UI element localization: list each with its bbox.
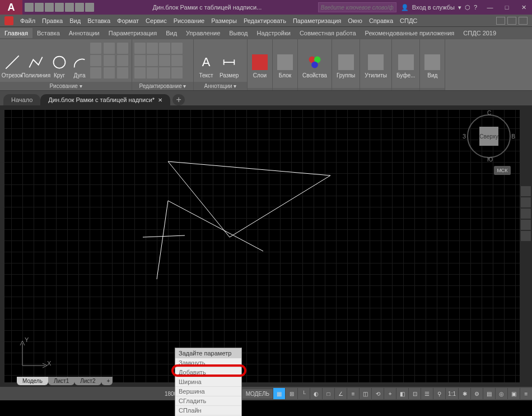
menu-draw[interactable]: Рисование bbox=[174, 17, 204, 24]
block-button[interactable]: Блок bbox=[275, 40, 295, 80]
menu-window[interactable]: Окно bbox=[348, 17, 362, 24]
line-button[interactable]: Отрезок bbox=[2, 40, 22, 80]
tab-view[interactable]: Вид bbox=[161, 28, 181, 38]
spline-icon[interactable] bbox=[90, 55, 101, 66]
copy-icon[interactable] bbox=[134, 55, 146, 66]
space-toggle[interactable]: МОДЕЛЬ bbox=[242, 389, 273, 399]
viewcube-w[interactable]: З bbox=[463, 133, 466, 140]
ctx-spline[interactable]: СПлайн bbox=[175, 406, 241, 415]
utilities-button[interactable]: Утилиты bbox=[362, 40, 389, 80]
ellipse-icon[interactable] bbox=[104, 43, 115, 54]
isolate-toggle[interactable]: ◎ bbox=[495, 388, 507, 399]
customize-status[interactable]: ≡ bbox=[520, 388, 532, 399]
groups-button[interactable]: Группы bbox=[334, 40, 357, 80]
ortho-toggle[interactable]: └ bbox=[297, 388, 310, 399]
menu-file[interactable]: Файл bbox=[20, 17, 35, 24]
qat-new-icon[interactable] bbox=[25, 3, 34, 12]
trim-icon[interactable] bbox=[159, 43, 170, 54]
tab-start[interactable]: Начало bbox=[3, 94, 40, 105]
properties-button[interactable]: Свойства bbox=[300, 40, 329, 80]
layers-button[interactable]: Слои bbox=[250, 40, 270, 80]
hardware-accel[interactable]: ▤ bbox=[483, 388, 495, 399]
grid-toggle[interactable]: ▦ bbox=[273, 388, 285, 399]
qat-redo-icon[interactable] bbox=[85, 3, 94, 12]
viewcube-s[interactable]: Ю bbox=[487, 156, 493, 163]
qat-undo-icon[interactable] bbox=[75, 3, 84, 12]
app-menu-icon[interactable] bbox=[4, 16, 13, 25]
layout-model[interactable]: Модель bbox=[17, 377, 48, 385]
doc-close[interactable] bbox=[519, 17, 528, 25]
qat-saveas-icon[interactable] bbox=[55, 3, 64, 12]
qat-plot-icon[interactable] bbox=[65, 3, 74, 12]
tab-insert[interactable]: Вставка bbox=[32, 28, 64, 38]
panel-modify-title[interactable]: Редактирование ▾ bbox=[132, 82, 193, 90]
tab-addins[interactable]: Надстройки bbox=[253, 28, 295, 38]
drawing-canvas[interactable]: Сверху С Ю В З МСК Задайте параметр Замк… bbox=[0, 105, 532, 387]
signin-link[interactable]: Вход в службы bbox=[412, 4, 455, 11]
mirror-icon[interactable] bbox=[147, 55, 158, 66]
qat-save-icon[interactable] bbox=[45, 3, 54, 12]
navwheel-icon[interactable] bbox=[521, 186, 531, 196]
dimension-button[interactable]: Размер bbox=[217, 40, 241, 80]
osnap-toggle[interactable]: □ bbox=[322, 388, 334, 399]
panel-anno-title[interactable]: Аннотации ▾ bbox=[194, 82, 247, 90]
region-icon[interactable] bbox=[117, 55, 128, 66]
viewcube-e[interactable]: В bbox=[511, 133, 515, 140]
app-logo[interactable]: A bbox=[0, 0, 22, 15]
search-input[interactable] bbox=[318, 2, 396, 12]
tab-parametric[interactable]: Параметризация bbox=[104, 28, 161, 38]
scale-icon[interactable] bbox=[147, 67, 158, 78]
ctx-fit[interactable]: СГладить bbox=[175, 396, 241, 406]
qat-open-icon[interactable] bbox=[35, 3, 44, 12]
layout-add[interactable]: + bbox=[101, 377, 113, 385]
menu-service[interactable]: Сервис bbox=[146, 17, 167, 24]
doc-minimize[interactable] bbox=[496, 17, 505, 25]
annovisibility-toggle[interactable]: ✱ bbox=[458, 388, 470, 399]
wcs-label[interactable]: МСК bbox=[494, 166, 511, 175]
quick-props[interactable]: ☰ bbox=[421, 388, 433, 399]
menu-spds[interactable]: СПДС bbox=[400, 17, 417, 24]
tab-drawing[interactable]: Дин.блок Рамки с таблицей надписи*✕ bbox=[40, 94, 170, 105]
ctx-vertex[interactable]: Вершина bbox=[175, 387, 241, 396]
tab-output[interactable]: Вывод bbox=[225, 28, 252, 38]
workspace-switch[interactable]: ⚙ bbox=[470, 388, 483, 399]
rect-icon[interactable] bbox=[90, 43, 101, 54]
clean-screen[interactable]: ▣ bbox=[507, 388, 520, 399]
qp-toggle[interactable]: ◧ bbox=[396, 388, 408, 399]
menu-insert[interactable]: Вставка bbox=[87, 17, 110, 24]
menu-parametric[interactable]: Параметризация bbox=[293, 17, 341, 24]
offset-icon[interactable] bbox=[171, 67, 183, 78]
doc-restore[interactable] bbox=[507, 17, 516, 25]
lwt-toggle[interactable]: ≡ bbox=[347, 388, 359, 399]
units-toggle[interactable]: ⊡ bbox=[408, 388, 421, 399]
zoom-icon[interactable] bbox=[521, 209, 531, 219]
ctx-close[interactable]: Замкнуть bbox=[175, 358, 241, 368]
layout-sheet1[interactable]: Лист1 bbox=[48, 377, 74, 385]
viewcube-top[interactable]: Сверху bbox=[479, 127, 498, 146]
snap-toggle[interactable]: ⊞ bbox=[285, 388, 297, 399]
transparency-toggle[interactable]: ◫ bbox=[359, 388, 371, 399]
array-icon[interactable] bbox=[159, 67, 170, 78]
annoscale-icon[interactable]: ⚲ bbox=[433, 388, 445, 399]
explode-icon[interactable] bbox=[171, 55, 183, 66]
hatch-icon[interactable] bbox=[117, 43, 128, 54]
showmotion-icon[interactable] bbox=[521, 231, 531, 241]
tab-collab[interactable]: Совместная работа bbox=[295, 28, 361, 38]
clipboard-button[interactable]: Буфе... bbox=[394, 40, 417, 80]
dyn-toggle[interactable]: + bbox=[384, 388, 396, 399]
new-tab-button[interactable]: + bbox=[172, 94, 185, 105]
tab-spds[interactable]: СПДС 2019 bbox=[459, 28, 501, 38]
text-button[interactable]: AТекст bbox=[196, 40, 216, 80]
tab-manage[interactable]: Управление bbox=[181, 28, 225, 38]
layout-sheet2[interactable]: Лист2 bbox=[74, 377, 101, 385]
viewcube-n[interactable]: С bbox=[487, 110, 491, 116]
circle-button[interactable]: Круг bbox=[50, 40, 69, 80]
orbit-icon[interactable] bbox=[521, 220, 531, 230]
maximize-button[interactable]: □ bbox=[498, 0, 515, 15]
stretch-icon[interactable] bbox=[134, 67, 146, 78]
menu-dimension[interactable]: Размеры bbox=[211, 17, 237, 24]
fillet-icon[interactable] bbox=[159, 55, 170, 66]
cycling-toggle[interactable]: ⟲ bbox=[371, 388, 384, 399]
tab-home[interactable]: Главная bbox=[0, 28, 32, 38]
cart-icon[interactable]: ▾ bbox=[458, 4, 461, 11]
